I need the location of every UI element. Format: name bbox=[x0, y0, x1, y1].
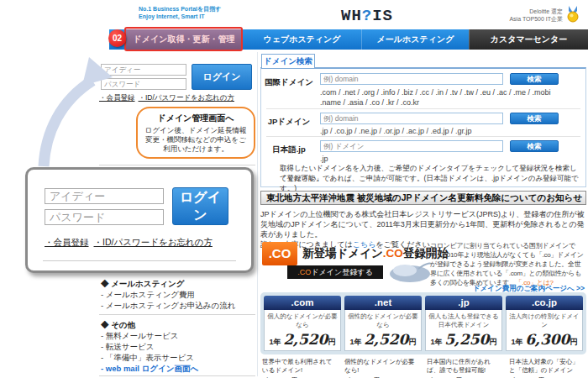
tab-domain-search[interactable]: ドメイン検索 bbox=[261, 54, 315, 68]
forgot-password-link[interactable]: ・ID/パスワードをお忘れの方 bbox=[139, 93, 234, 102]
other-section-title: ◆ その他 bbox=[101, 319, 198, 330]
callout-highlight-02 bbox=[124, 27, 243, 51]
forgot-password-link[interactable]: ・ID/パスワードをお忘れの方 bbox=[94, 237, 213, 247]
sidebar-item-forwarding[interactable]: - 転送サービス bbox=[101, 341, 198, 352]
domain-admin-notice-box: ドメイン管理画面へ ログイン後、ドメイン延長情報変更・機関移転などの申込をご利用… bbox=[136, 107, 255, 159]
intl-domain-tlds: .com / .net / .org / .info / .biz / .cc … bbox=[320, 87, 572, 108]
footnote-jp: 日本国内に住所があれば、誰でも登録可能! 1年 5,250 円 bbox=[425, 358, 504, 378]
mail-section-title: ◆ メールホスティング bbox=[101, 278, 235, 289]
tld-header[interactable]: .jp bbox=[425, 296, 502, 310]
login-button[interactable]: ログイン bbox=[172, 187, 228, 225]
login-id-input[interactable] bbox=[45, 188, 164, 204]
tab-web-hosting[interactable]: ウェブホスティング bbox=[242, 29, 361, 50]
tab-customer-center[interactable]: カスタマーセンター bbox=[469, 29, 588, 50]
sidebar-item-free-mail[interactable]: - 無料メールサービス bbox=[101, 330, 198, 341]
tld-header[interactable]: .co.jp bbox=[506, 296, 583, 310]
footnote-cojp: 日本法人対象の「安心」と「信頼」のドメイン 1年 6,300 円 bbox=[507, 358, 586, 378]
sidebar-login-button[interactable]: ログイン bbox=[192, 64, 252, 90]
site-tagline: No.1 Business Portalを目指す Enjoy Internet,… bbox=[139, 5, 221, 20]
sidebar-mail-section: ◆ メールホスティング - メールホスティング費用 - メールホスティングお申込… bbox=[101, 278, 235, 311]
intl-domain-input[interactable] bbox=[320, 73, 503, 85]
sidebar-item-mail-apply-flow[interactable]: - メールホスティングお申込みの流れ bbox=[101, 300, 235, 311]
co-banner-description: コロンビアに割り当てられている国別ドメインです。2010年より現地法人がなくても… bbox=[430, 241, 586, 287]
mouse-image bbox=[385, 260, 433, 284]
jp-domain-tlds: .jp / .co.jp / .ne.jp / .or.jp / .ac.jp … bbox=[320, 126, 572, 136]
footnote-com: 世界中で最も利用されているドメイン! 1年 2,520 円 bbox=[260, 358, 339, 378]
sidebar-divider bbox=[99, 375, 255, 376]
co-register-button[interactable]: .COドメイン登録する bbox=[287, 265, 383, 279]
card-caption: 個人的なドメインが必要なら bbox=[265, 312, 340, 329]
sidebar-item-preparing-display[interactable]: - 「準備中」表示サービス bbox=[101, 352, 198, 363]
row-separator bbox=[266, 136, 580, 137]
tld-header[interactable]: .com bbox=[264, 296, 341, 310]
footnote-net: 個性的なドメインが必要なら! 1年 2,520 円 bbox=[343, 358, 422, 378]
card-price: 1年 2,520円 bbox=[265, 331, 340, 348]
jp-domain-label: JPドメイン bbox=[261, 117, 317, 128]
whois-domain-portal-page: No.1 Business Portalを目指す Enjoy Internet,… bbox=[0, 0, 588, 378]
card-price: 1年 2,520円 bbox=[345, 331, 421, 348]
pricing-cards: .com 個人的なドメインが必要なら 1年 2,520円 .net 個性的なドメ… bbox=[260, 292, 586, 354]
price-card-net: .net 個性的なドメインが必要なら 1年 2,520円 bbox=[344, 296, 422, 351]
divider bbox=[43, 260, 236, 261]
price-card-jp: .jp 個人も法人も登録できる日本代表ドメイン 1年 5,250円 bbox=[425, 296, 502, 351]
japanese-jp-input[interactable] bbox=[320, 140, 503, 152]
price-card-com: .com 個人的なドメインが必要なら 1年 2,520円 bbox=[264, 296, 341, 351]
webmail-login-link[interactable]: - web mail ログイン画面へ bbox=[101, 363, 198, 374]
sidebar-item-mail-cost[interactable]: - メールホスティング費用 bbox=[101, 289, 235, 300]
japanese-jp-tlds: .jp bbox=[320, 154, 572, 164]
price-card-cojp: .co.jp 法人向けの特別なドメイン 1年 6,300円 bbox=[506, 296, 583, 351]
tld-header[interactable]: .net bbox=[344, 296, 422, 310]
award-text: Deloitte 選定 Asia TOP500 IT企業 bbox=[509, 8, 563, 23]
card-caption: 個人も法人も登録できる日本代表ドメイン bbox=[426, 312, 501, 329]
domain-search-panel: 国際ドメイン 検索 .com / .net / .org / .info / .… bbox=[260, 67, 586, 187]
callout-badge-02: 02 bbox=[108, 29, 126, 47]
news-title-bar[interactable]: 東北地方太平洋沖地震 被災地域のJPドメイン名更新料免除についてのお知らせ bbox=[260, 191, 586, 205]
notice-body: ログイン後、ドメイン延長情報変更・機関移転などの申込をご利用いただけます。 bbox=[138, 124, 254, 154]
login-password-input[interactable] bbox=[45, 209, 164, 225]
medal-icon bbox=[566, 6, 580, 23]
sidebar-other-section: ◆ その他 - 無料メールサービス - 転送サービス - 「準備中」表示サービス… bbox=[101, 319, 198, 374]
card-price: 1年 6,300円 bbox=[507, 331, 582, 348]
whois-logo[interactable]: WH?IS bbox=[341, 7, 393, 25]
zoomed-login-box: ログイン ・会員登録・ID/パスワードをお忘れの方 bbox=[25, 167, 254, 273]
sidebar-divider bbox=[99, 165, 255, 165]
notice-title: ドメイン管理画面へ bbox=[138, 113, 254, 124]
jp-domain-search-button[interactable]: 検索 bbox=[510, 113, 559, 124]
card-caption: 法人向けの特別なドメイン bbox=[507, 312, 582, 329]
jp-domain-input[interactable] bbox=[320, 113, 503, 124]
intl-domain-label: 国際ドメイン bbox=[261, 77, 317, 88]
sidebar-divider bbox=[99, 314, 255, 315]
co-domain-logo: .CO bbox=[262, 242, 297, 265]
co-banner-headline: 新登場ドメイン.CO登録開始 bbox=[302, 246, 449, 261]
content-divider bbox=[257, 52, 258, 376]
japanese-jp-label: 日本語.jp bbox=[261, 144, 317, 155]
logo-question-mark: ? bbox=[362, 7, 372, 25]
login-links: ・会員登録・ID/パスワードをお忘れの方 bbox=[45, 237, 218, 249]
curved-arrow-icon bbox=[18, 52, 119, 170]
japanese-jp-search-button[interactable]: 検索 bbox=[510, 140, 559, 152]
card-price: 1年 5,250円 bbox=[426, 331, 501, 348]
card-caption: 個性的なドメインが必要なら bbox=[345, 312, 421, 329]
row-separator bbox=[266, 108, 580, 109]
sidebar-login-links: ・会員登録・ID/パスワードをお忘れの方 bbox=[99, 93, 238, 103]
tab-mail-hosting[interactable]: メールホスティング bbox=[361, 29, 469, 50]
register-link[interactable]: ・会員登録 bbox=[45, 237, 89, 247]
intl-domain-search-button[interactable]: 検索 bbox=[510, 73, 559, 85]
pricing-footnotes: 世界中で最も利用されているドメイン! 1年 2,520 円 個性的なドメインが必… bbox=[260, 358, 586, 378]
